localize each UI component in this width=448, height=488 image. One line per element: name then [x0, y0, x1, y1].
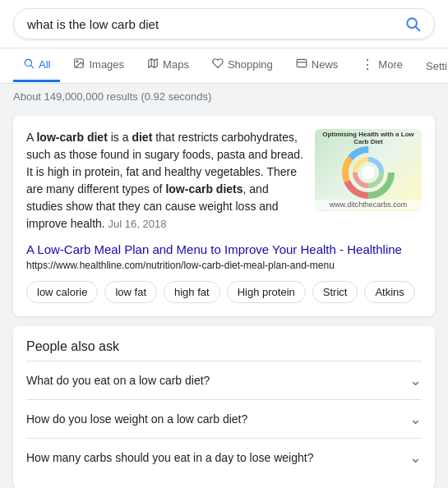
chevron-down-icon-2: ⌄ — [409, 449, 422, 467]
people-also-ask-card: People also ask What do you eat on a low… — [13, 326, 435, 488]
tab-all-icon — [23, 58, 35, 71]
tags-row: low calorie low fat high fat High protei… — [26, 281, 422, 303]
paa-question-1: How do you lose weight on a low carb die… — [26, 412, 247, 426]
tab-news[interactable]: News — [286, 49, 349, 82]
nav-tabs: All Images Maps Shopping — [0, 48, 448, 84]
chevron-down-icon-1: ⌄ — [409, 410, 422, 428]
tab-shopping[interactable]: Shopping — [202, 49, 283, 82]
chevron-down-icon-0: ⌄ — [409, 371, 422, 389]
chart-title: Optimising Health with a Low Carb Diet — [315, 131, 422, 145]
paa-item-2[interactable]: How many carbs should you eat in a day t… — [26, 438, 422, 476]
tab-maps-label: Maps — [163, 58, 189, 71]
pie-chart-svg — [335, 141, 401, 199]
result-body: A low-carb diet is a diet that restricts… — [26, 129, 422, 232]
tab-shopping-label: Shopping — [228, 58, 273, 71]
bold-low-carb-diets: low-carb diets — [165, 182, 242, 196]
tab-maps[interactable]: Maps — [137, 49, 199, 82]
tab-all[interactable]: All — [13, 49, 60, 82]
result-count: About 149,000,000 results (0.92 seconds) — [0, 84, 448, 109]
paa-item-0[interactable]: What do you eat on a low carb diet? ⌄ — [26, 361, 422, 399]
result-image: Optimising Health with a Low Carb Diet w… — [315, 129, 422, 211]
svg-point-5 — [77, 61, 79, 62]
search-bar: what is the low carb diet — [13, 8, 435, 39]
result-link-container: A Low-Carb Meal Plan and Menu to Improve… — [26, 241, 422, 271]
tab-maps-icon — [147, 58, 159, 71]
desc-text: A low-carb diet is a diet that restricts… — [26, 131, 303, 230]
tab-more-label: More — [378, 58, 403, 71]
svg-marker-6 — [149, 59, 158, 68]
tab-news-label: News — [312, 58, 339, 71]
tag-high-protein[interactable]: High protein — [227, 281, 306, 303]
settings-link[interactable]: Settings — [419, 52, 448, 81]
svg-line-1 — [416, 27, 420, 31]
tab-shopping-icon — [212, 58, 224, 71]
search-icon — [404, 16, 421, 32]
bold-low-carb-diet: low-carb diet — [36, 131, 107, 144]
search-button[interactable] — [404, 16, 421, 32]
tag-low-fat[interactable]: low fat — [104, 281, 157, 303]
tab-all-label: All — [39, 58, 50, 71]
paa-item-1[interactable]: How do you lose weight on a low carb die… — [26, 399, 422, 438]
search-input[interactable]: what is the low carb diet — [27, 17, 404, 31]
tag-high-fat[interactable]: high fat — [164, 281, 220, 303]
bold-diet: diet — [132, 131, 152, 144]
svg-point-2 — [25, 59, 31, 66]
tab-more[interactable]: ⋮ More — [351, 48, 413, 83]
paa-title: People also ask — [26, 339, 422, 354]
svg-line-3 — [30, 65, 34, 68]
result-url: https://www.healthline.com/nutrition/low… — [26, 260, 422, 271]
tab-images-icon — [73, 58, 85, 71]
tag-strict[interactable]: Strict — [312, 281, 358, 303]
search-bar-container: what is the low carb diet — [0, 0, 448, 48]
chart-url-label: www.ditchthecarbs.com — [315, 200, 422, 209]
tag-atkins[interactable]: Atkins — [364, 281, 414, 303]
paa-question-2: How many carbs should you eat in a day t… — [26, 451, 313, 464]
result-card: A low-carb diet is a diet that restricts… — [13, 116, 435, 316]
paa-question-0: What do you eat on a low carb diet? — [26, 374, 210, 387]
result-date: Jul 16, 2018 — [109, 218, 167, 230]
tab-images[interactable]: Images — [63, 49, 134, 82]
tab-more-icon: ⋮ — [361, 57, 374, 72]
tab-news-icon — [296, 58, 307, 71]
result-link[interactable]: A Low-Carb Meal Plan and Menu to Improve… — [26, 242, 402, 256]
result-description: A low-carb diet is a diet that restricts… — [26, 129, 305, 232]
main-content: A low-carb diet is a diet that restricts… — [0, 109, 448, 488]
tab-images-label: Images — [89, 58, 124, 71]
tag-low-calorie[interactable]: low calorie — [26, 281, 98, 303]
svg-point-18 — [362, 166, 375, 179]
